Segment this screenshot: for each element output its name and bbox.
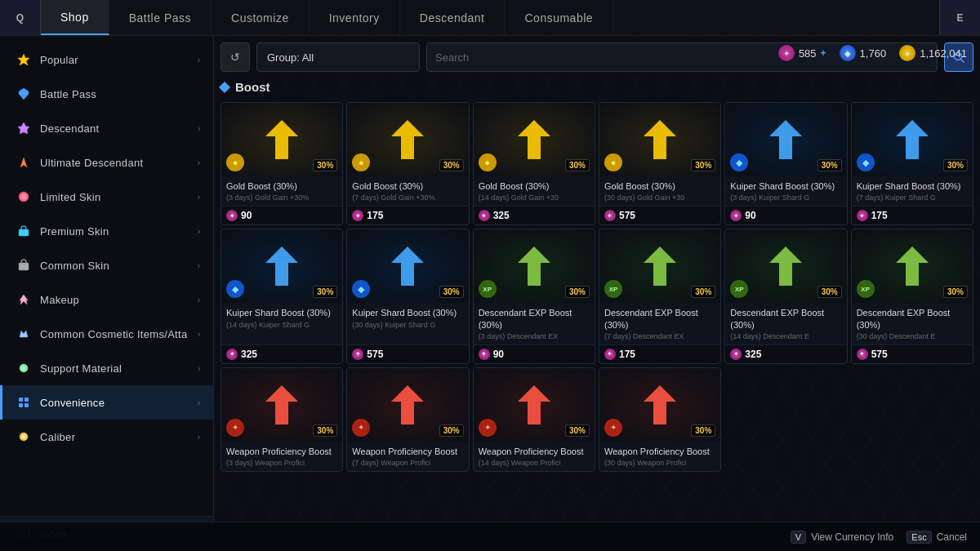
item-type-icon: XP xyxy=(604,280,622,298)
boost-badge: 30% xyxy=(565,424,590,437)
item-card-kuiper-boost-3[interactable]: 30% ◆ Kuiper Shard Boost (30%) (3 days) … xyxy=(724,102,847,225)
sidebar-item-popular[interactable]: Popular › xyxy=(0,42,213,77)
svg-point-11 xyxy=(22,435,25,438)
boost-badge: 30% xyxy=(943,286,968,298)
item-type-icon: ◆ xyxy=(730,153,748,171)
sidebar-item-convenience[interactable]: Convenience › xyxy=(0,385,213,420)
nav-left-key[interactable]: Q xyxy=(0,0,41,35)
refresh-button[interactable]: ↺ xyxy=(220,42,250,72)
svg-marker-25 xyxy=(769,247,802,286)
boost-badge: 30% xyxy=(691,159,715,171)
item-price: ✦ 575 xyxy=(347,344,468,363)
items-scroll-area[interactable]: 30% ● Gold Boost (30%) (3 days) Gold Gai… xyxy=(220,102,973,544)
price-icon: ✦ xyxy=(730,210,742,221)
item-card-gold-boost-7[interactable]: 30% ● Gold Boost (30%) (7 days) Gold Gai… xyxy=(346,102,469,225)
price-value: 325 xyxy=(745,349,761,360)
caliber-icon xyxy=(16,429,32,445)
common-cosmetic-arrow: › xyxy=(198,330,200,339)
item-price: ✦ 175 xyxy=(347,206,468,224)
item-card-kuiper-boost-14[interactable]: 30% ◆ Kuiper Shard Boost (30%) (14 days)… xyxy=(220,229,343,364)
sidebar-item-battle-pass[interactable]: Battle Pass xyxy=(0,77,213,111)
item-card-exp-boost-30[interactable]: 30% XP Descendant EXP Boost (30%) (30 da… xyxy=(851,229,973,364)
svg-rect-3 xyxy=(19,229,29,236)
item-description: (7 days) Kuiper Shard G xyxy=(857,193,968,202)
item-card-weapon-boost-14[interactable]: 30% ✦ Weapon Proficiency Boost (14 days)… xyxy=(473,367,595,472)
price-icon: ✦ xyxy=(857,349,868,360)
price-icon: ✦ xyxy=(857,210,868,221)
item-type-icon: XP xyxy=(730,280,748,298)
item-card-exp-boost-3[interactable]: 30% XP Descendant EXP Boost (30%) (3 day… xyxy=(473,229,595,364)
sidebar-item-caliber[interactable]: Caliber › xyxy=(0,420,213,454)
group-select[interactable]: Group: All xyxy=(256,42,420,72)
boost-badge: 30% xyxy=(691,286,715,298)
svg-point-2 xyxy=(21,194,26,199)
item-card-weapon-boost-7[interactable]: 30% ✦ Weapon Proficiency Boost (7 days) … xyxy=(346,367,469,472)
bottom-bar: V View Currency Info Esc Cancel xyxy=(0,522,980,551)
price-icon: ✦ xyxy=(604,349,616,360)
pink-plus-icon[interactable]: + xyxy=(821,47,826,59)
item-card-gold-boost-30[interactable]: 30% ● Gold Boost (30%) (30 days) Gold Ga… xyxy=(599,102,721,225)
sidebar: Popular › Battle Pass Descendant › Ultim… xyxy=(0,36,214,551)
item-name: Weapon Proficiency Boost xyxy=(479,446,590,457)
item-card-gold-boost-14[interactable]: 30% ● Gold Boost (30%) (14 days) Gold Ga… xyxy=(473,102,595,225)
item-name: Gold Boost (30%) xyxy=(352,180,463,192)
cancel-label: Cancel xyxy=(937,531,967,543)
caliber-arrow: › xyxy=(198,433,200,442)
item-card-gold-boost-3[interactable]: 30% ● Gold Boost (30%) (3 days) Gold Gai… xyxy=(220,102,343,225)
boost-badge: 30% xyxy=(313,424,337,437)
sidebar-item-descendant[interactable]: Descendant › xyxy=(0,111,213,145)
price-icon: ✦ xyxy=(730,349,742,360)
sidebar-item-makeup[interactable]: Makeup › xyxy=(0,282,213,317)
common-cosmetic-icon xyxy=(16,326,32,342)
item-description: (30 days) Gold Gain +30 xyxy=(604,193,715,202)
item-info: Weapon Proficiency Boost (7 days) Weapon… xyxy=(347,442,468,471)
boost-badge: 30% xyxy=(691,424,715,437)
view-key-badge: V xyxy=(791,531,806,544)
item-card-exp-boost-7[interactable]: 30% XP Descendant EXP Boost (30%) (7 day… xyxy=(599,229,721,364)
boost-badge: 30% xyxy=(439,286,464,298)
item-name: Gold Boost (30%) xyxy=(226,180,337,192)
blue-currency-icon: ◆ xyxy=(840,45,856,61)
item-description: (30 days) Descendant E xyxy=(857,332,968,340)
convenience-icon xyxy=(16,394,32,411)
nav-item-descendant[interactable]: Descendant xyxy=(400,0,506,35)
item-description: (7 days) Weapon Profici xyxy=(352,459,463,467)
item-card-kuiper-boost-7[interactable]: 30% ◆ Kuiper Shard Boost (30%) (7 days) … xyxy=(851,102,973,225)
item-image: 30% XP xyxy=(474,229,595,303)
svg-marker-24 xyxy=(644,247,676,286)
item-price: ✦ 175 xyxy=(599,344,720,363)
sidebar-item-common-skin[interactable]: Common Skin › xyxy=(0,248,213,282)
item-description: (30 days) Kuiper Shard G xyxy=(352,321,463,329)
nav-item-battle-pass[interactable]: Battle Pass xyxy=(109,0,212,35)
sidebar-item-limited-skin[interactable]: Limited Skin › xyxy=(0,180,213,214)
sidebar-item-ultimate-descendant[interactable]: Ultimate Descendant › xyxy=(0,145,213,180)
item-card-exp-boost-14[interactable]: 30% XP Descendant EXP Boost (30%) (14 da… xyxy=(724,229,847,364)
section-header: Boost xyxy=(220,78,973,96)
item-price: ✦ 325 xyxy=(221,344,342,363)
item-card-weapon-boost-3[interactable]: 30% ✦ Weapon Proficiency Boost (3 days) … xyxy=(220,367,343,472)
nav-item-shop[interactable]: Shop xyxy=(41,0,109,35)
svg-marker-20 xyxy=(896,120,929,159)
item-image: 30% ● xyxy=(221,103,342,176)
price-value: 575 xyxy=(619,210,635,221)
item-description: (14 days) Weapon Profici xyxy=(479,459,590,467)
sidebar-item-support-material[interactable]: Support Material › xyxy=(0,351,213,385)
item-image: 30% XP xyxy=(852,229,973,303)
boost-badge: 30% xyxy=(817,286,842,298)
item-card-weapon-boost-30[interactable]: 30% ✦ Weapon Proficiency Boost (30 days)… xyxy=(599,367,721,472)
sidebar-item-premium-skin[interactable]: Premium Skin › xyxy=(0,214,213,248)
nav-item-customize[interactable]: Customize xyxy=(212,0,310,35)
sidebar-item-common-cosmetic[interactable]: Common Cosmetic Items/Atta › xyxy=(0,317,213,351)
view-label: View Currency Info xyxy=(811,531,893,543)
item-image: 30% ● xyxy=(599,103,720,176)
nav-item-inventory[interactable]: Inventory xyxy=(310,0,400,35)
currency-gold: ● 1,162,041 xyxy=(899,45,967,61)
premium-skin-arrow: › xyxy=(198,227,200,236)
item-image: 30% ● xyxy=(347,103,468,176)
svg-marker-29 xyxy=(518,385,550,424)
nav-item-consumable[interactable]: Consumable xyxy=(505,0,613,35)
items-grid: 30% ● Gold Boost (30%) (3 days) Gold Gai… xyxy=(220,102,973,472)
price-icon: ✦ xyxy=(352,210,363,221)
item-card-kuiper-boost-30[interactable]: 30% ◆ Kuiper Shard Boost (30%) (30 days)… xyxy=(346,229,469,364)
item-name: Kuiper Shard Boost (30%) xyxy=(730,180,841,192)
